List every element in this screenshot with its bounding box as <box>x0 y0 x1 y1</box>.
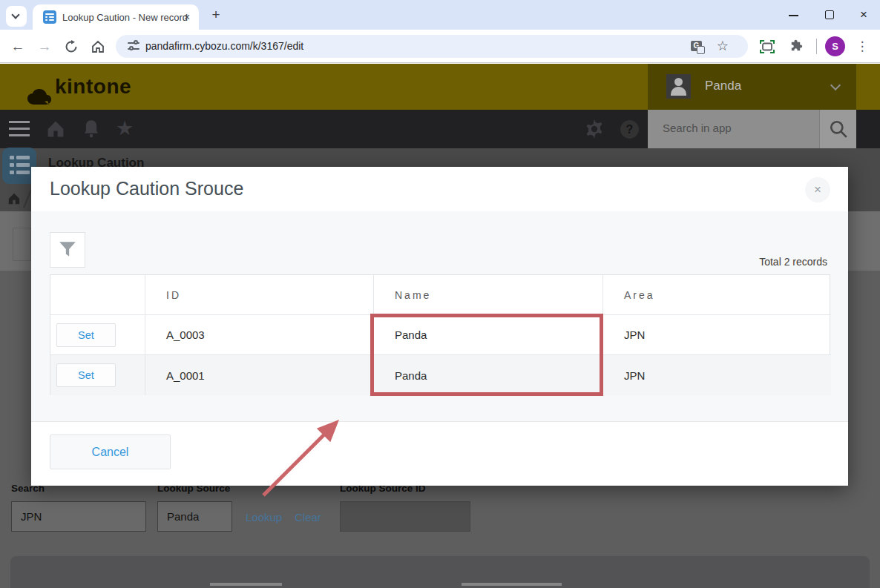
records-table: ID Name Area Set A_0003 Panda JPN Set A_… <box>50 274 830 395</box>
search-magnifier-icon <box>829 119 848 139</box>
search-in-app-input[interactable]: Search in app <box>648 110 819 148</box>
hamburger-menu-icon[interactable] <box>9 121 30 137</box>
modal-footer: Cancel <box>31 421 848 486</box>
user-menu[interactable]: Panda <box>648 64 856 110</box>
table-row-action: Set <box>50 355 145 395</box>
tab-search-chevron-icon <box>11 10 19 19</box>
total-records-text: Total 2 records <box>759 256 827 268</box>
browser-tab[interactable]: Lookup Caution - New record × <box>33 4 199 30</box>
filter-funnel-icon <box>58 240 77 260</box>
clear-link[interactable]: Clear <box>295 511 321 523</box>
column-header-area: Area <box>603 275 831 315</box>
nav-bell-icon[interactable] <box>82 119 101 139</box>
kintone-app-favicon <box>43 10 56 24</box>
screen-capture-extension-icon[interactable] <box>758 38 776 56</box>
clipped-link-stub <box>462 583 562 586</box>
modal-title: Lookup Caution Srouce <box>50 178 243 199</box>
user-name: Panda <box>705 79 741 93</box>
translate-icon[interactable]: G <box>691 41 702 51</box>
user-avatar-icon <box>666 74 691 99</box>
back-icon[interactable]: ← <box>9 38 27 56</box>
bookmark-star-icon[interactable]: ☆ <box>717 38 729 54</box>
url-text[interactable]: pandafirm.cybozu.com/k/3167/edit <box>145 40 303 52</box>
user-chevron-down-icon <box>830 80 841 90</box>
profile-avatar[interactable]: S <box>825 36 845 56</box>
column-header-name: Name <box>374 275 603 315</box>
kintone-header: kintone Panda <box>0 64 880 110</box>
table-cell-id: A_0003 <box>145 315 374 355</box>
browser-toolbar: ← → pandafirm.cybozu.com/k/3167/edit G ☆… <box>0 30 880 63</box>
kintone-logo[interactable]: kintone <box>27 75 131 99</box>
name-column-highlight-box <box>370 314 603 396</box>
lookup-source-input[interactable]: Panda <box>157 501 232 532</box>
lookup-source-modal: Lookup Caution Srouce × Total 2 records … <box>31 167 848 486</box>
window-minimize-button[interactable] <box>788 9 800 21</box>
clipped-link-stub <box>210 583 282 586</box>
reload-icon[interactable] <box>62 38 80 56</box>
browser-window: Lookup Caution - New record × + ← → pand… <box>0 0 880 588</box>
nav-star-icon[interactable]: ★ <box>116 117 134 139</box>
hidden-toolbar-button <box>13 228 31 261</box>
search-submit-button[interactable] <box>819 110 856 148</box>
window-maximize-button[interactable] <box>824 9 835 21</box>
toolbar-divider <box>816 39 817 54</box>
search-field-input[interactable]: JPN <box>11 501 146 532</box>
cancel-button[interactable]: Cancel <box>50 435 171 469</box>
forward-icon: → <box>36 38 53 56</box>
filter-button[interactable] <box>50 232 85 268</box>
kintone-nav-bar: ★ ? Search in app <box>0 110 880 148</box>
set-button[interactable]: Set <box>56 323 116 347</box>
window-close-button[interactable]: × <box>858 9 870 21</box>
help-icon[interactable]: ? <box>620 120 639 139</box>
kintone-cloud-icon <box>27 88 52 106</box>
site-settings-icon[interactable] <box>128 41 139 52</box>
lookup-source-id-input-disabled <box>340 501 470 532</box>
column-header-action <box>50 275 145 315</box>
lookup-link[interactable]: Lookup <box>246 511 282 523</box>
table-cell-id: A_0001 <box>145 355 374 395</box>
set-button[interactable]: Set <box>56 363 116 387</box>
tab-close-icon[interactable]: × <box>181 11 193 23</box>
tab-title: Lookup Caution - New record <box>62 12 188 23</box>
settings-gear-icon[interactable] <box>585 119 604 139</box>
table-cell-area: JPN <box>603 355 831 395</box>
modal-header: Lookup Caution Srouce × <box>31 167 848 211</box>
table-cell-area: JPN <box>603 315 831 355</box>
modal-close-icon[interactable]: × <box>805 177 830 202</box>
address-bar[interactable]: pandafirm.cybozu.com/k/3167/edit G ☆ <box>116 35 748 58</box>
dimmed-subtable-band <box>10 556 870 588</box>
table-row-action: Set <box>50 315 145 355</box>
search-placeholder: Search in app <box>663 122 732 134</box>
extensions-puzzle-icon[interactable] <box>787 38 804 56</box>
tab-search-button[interactable] <box>6 6 27 27</box>
column-header-id: ID <box>145 275 374 315</box>
breadcrumb-home-icon[interactable] <box>7 192 21 205</box>
new-tab-button[interactable]: + <box>209 8 223 22</box>
nav-home-icon[interactable] <box>46 119 65 139</box>
home-icon[interactable] <box>89 38 107 56</box>
browser-menu-kebab-icon[interactable]: ⋮ <box>853 38 871 56</box>
